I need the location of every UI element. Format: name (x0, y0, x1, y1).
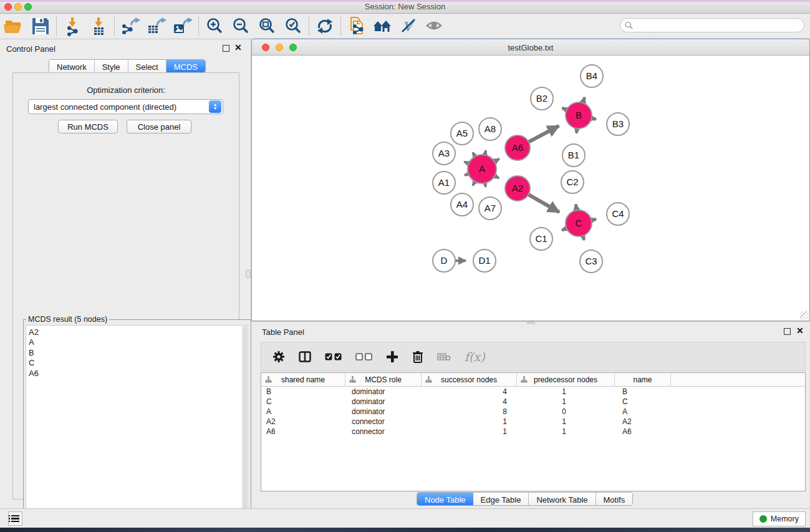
node-C4[interactable]: C4 (607, 203, 629, 225)
node-A1[interactable]: A1 (433, 172, 455, 194)
column-header-MCDS-role[interactable]: MCDS role (345, 373, 422, 387)
node-table[interactable]: shared nameMCDS rolesuccessor nodesprede… (261, 372, 806, 491)
node-A2[interactable]: A2 (505, 176, 530, 201)
table-cell[interactable]: 1 (562, 397, 566, 406)
table-cell[interactable]: 0 (562, 407, 566, 416)
tab-motifs[interactable]: Motifs (596, 493, 633, 505)
home-view-icon[interactable] (370, 15, 396, 37)
node-C2[interactable]: C2 (561, 171, 584, 193)
column-header-successor-nodes[interactable]: successor nodes (422, 373, 517, 387)
zoom-fit-icon[interactable] (254, 15, 280, 37)
zoom-out-icon[interactable] (228, 15, 254, 37)
network-graph[interactable]: AA6A2BCA5A8A3A1A4A7B2B4B3B1C2C4C1C3DD1 (252, 56, 809, 321)
tab-edge-table[interactable]: Edge Table (473, 493, 529, 505)
table-cell[interactable]: C (622, 397, 628, 406)
export-network-icon[interactable] (117, 15, 143, 37)
node-B[interactable]: B (566, 102, 592, 128)
tab-network-table[interactable]: Network Table (529, 493, 595, 505)
column-header-name[interactable]: name (615, 373, 671, 387)
zoom-selected-icon[interactable] (280, 15, 306, 37)
close-panel-icon[interactable]: ✕ (234, 42, 242, 52)
table-cell[interactable]: A6 (622, 427, 632, 436)
table-cell[interactable]: 1 (562, 427, 566, 436)
column-header-predecessor-nodes[interactable]: predecessor nodes (517, 373, 615, 387)
node-B1[interactable]: B1 (562, 144, 585, 167)
gear-icon[interactable] (272, 351, 285, 363)
node-C1[interactable]: C1 (530, 228, 552, 250)
network-canvas[interactable]: AA6A2BCA5A8A3A1A4A7B2B4B3B1C2C4C1C3DD1 (252, 56, 809, 321)
table-cell[interactable]: 4 (503, 397, 507, 406)
split-columns-icon[interactable] (299, 351, 311, 362)
add-column-icon[interactable] (386, 351, 398, 363)
table-cell[interactable]: B (622, 387, 627, 396)
node-B2[interactable]: B2 (531, 87, 553, 110)
node-C[interactable]: C (566, 210, 592, 236)
node-A7[interactable]: A7 (479, 197, 501, 220)
open-file-icon[interactable] (1, 15, 27, 37)
table-cell[interactable]: connector (352, 427, 385, 436)
import-table-icon[interactable] (85, 15, 112, 37)
tab-mcds[interactable]: MCDS (166, 60, 205, 72)
mcds-result-list[interactable]: A2ABCA6 (26, 325, 248, 528)
table-cell[interactable]: dominator (352, 387, 385, 396)
criterion-dropdown[interactable]: largest connected component (directed) ▲… (28, 99, 223, 114)
table-cell[interactable]: connector (352, 417, 385, 426)
table-row[interactable]: Adominator80A (261, 407, 805, 417)
table-cell[interactable]: 1 (503, 427, 507, 436)
show-details-icon[interactable] (422, 15, 448, 37)
clone-network-icon[interactable] (344, 15, 370, 37)
import-network-icon[interactable] (59, 15, 85, 37)
node-A[interactable]: A (468, 155, 496, 183)
float-panel-icon[interactable] (223, 45, 229, 52)
select-all-icon[interactable] (325, 353, 342, 360)
mcds-result-item[interactable]: A (29, 337, 248, 347)
table-header-row[interactable]: shared nameMCDS rolesuccessor nodesprede… (261, 373, 805, 387)
refresh-icon[interactable] (312, 15, 338, 37)
tab-select[interactable]: Select (128, 60, 166, 72)
table-row[interactable]: Bdominator41B (261, 387, 805, 397)
table-cell[interactable]: B (266, 387, 271, 396)
table-cell[interactable]: C (266, 397, 272, 406)
node-A8[interactable]: A8 (479, 118, 501, 140)
save-session-icon[interactable] (27, 15, 54, 37)
table-cell[interactable]: 1 (562, 417, 566, 426)
edge-A6-B[interactable] (528, 126, 559, 142)
mcds-result-item[interactable]: C (29, 358, 248, 368)
table-cell[interactable]: dominator (352, 397, 385, 406)
table-cell[interactable]: A2 (266, 417, 276, 426)
tab-network[interactable]: Network (49, 60, 95, 72)
vertical-split-grip[interactable] (246, 269, 251, 278)
node-C3[interactable]: C3 (580, 250, 602, 273)
table-cell[interactable]: A (266, 407, 271, 416)
node-D1[interactable]: D1 (473, 249, 496, 272)
table-row[interactable]: A2connector11A2 (261, 417, 805, 427)
table-cell[interactable]: 4 (503, 387, 507, 396)
node-A3[interactable]: A3 (433, 142, 455, 165)
export-table-icon[interactable] (143, 15, 170, 37)
node-D[interactable]: D (433, 249, 455, 272)
table-cell[interactable]: 8 (503, 407, 507, 416)
run-mcds-button[interactable]: Run MCDS (58, 120, 118, 133)
close-panel-button[interactable]: Close panel (127, 120, 191, 133)
table-cell[interactable]: A (622, 407, 627, 416)
search-box[interactable] (620, 18, 804, 32)
zoom-in-icon[interactable] (201, 15, 228, 37)
task-history-button[interactable] (8, 511, 22, 526)
window-resize-grip[interactable] (800, 311, 809, 320)
table-row[interactable]: Cdominator41C (261, 397, 805, 407)
edge-A2-C[interactable] (528, 194, 559, 212)
float-table-panel-icon[interactable] (784, 328, 791, 335)
table-cell[interactable]: dominator (352, 407, 385, 416)
export-image-icon[interactable] (170, 15, 196, 37)
mcds-result-item[interactable]: B (29, 348, 248, 358)
node-B3[interactable]: B3 (607, 113, 629, 135)
network-window-titlebar[interactable]: testGlobe.txt (252, 39, 809, 56)
deselect-all-icon[interactable] (355, 353, 372, 360)
table-cell[interactable]: A2 (622, 417, 632, 426)
delete-icon[interactable] (412, 351, 423, 363)
table-cell[interactable]: 1 (503, 417, 507, 426)
table-row[interactable]: A6connector11A6 (261, 427, 805, 437)
close-table-panel-icon[interactable]: ✕ (796, 326, 804, 336)
memory-button[interactable]: Memory (753, 511, 806, 526)
column-header-shared-name[interactable]: shared name (261, 373, 345, 387)
